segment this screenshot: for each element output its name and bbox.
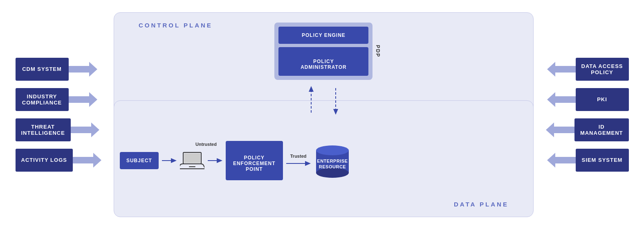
pdp-label: PDP bbox=[375, 45, 381, 57]
policy-admin-box: POLICY ADMINISTRATOR bbox=[278, 47, 368, 76]
left-item-activity: ACTIVITY LOGS bbox=[16, 149, 101, 172]
data-access-policy-box: DATA ACCESS POLICY bbox=[576, 58, 629, 81]
cdm-arrow bbox=[69, 61, 97, 77]
right-item-siem: SIEM SYSTEM bbox=[547, 149, 629, 172]
svg-text:RESOURCE: RESOURCE bbox=[319, 164, 346, 169]
data-plane-content: SUBJECT Untrusted bbox=[120, 111, 527, 211]
enterprise-resource: ENTERPRISE RESOURCE bbox=[314, 142, 351, 179]
subject-to-laptop-arrow bbox=[162, 156, 177, 165]
trusted-arrow bbox=[286, 159, 311, 168]
policy-engine-box: POLICY ENGINE bbox=[278, 27, 368, 44]
svg-marker-23 bbox=[547, 62, 576, 77]
subject-box: SUBJECT bbox=[120, 152, 159, 169]
right-column: DATA ACCESS POLICY PKI ID MANAGEMENT bbox=[546, 58, 629, 172]
svg-marker-5 bbox=[309, 86, 314, 92]
svg-marker-0 bbox=[69, 62, 97, 77]
svg-marker-1 bbox=[69, 92, 97, 107]
pki-box: PKI bbox=[576, 88, 629, 111]
laptop-icon: Untrusted bbox=[180, 151, 204, 170]
left-item-cdm: CDM SYSTEM bbox=[16, 58, 97, 81]
svg-marker-26 bbox=[547, 153, 576, 168]
id-mgmt-arrow bbox=[546, 122, 574, 138]
svg-marker-15 bbox=[217, 158, 222, 163]
industry-compliance-box: INDUSTRY COMPLIANCE bbox=[16, 88, 69, 111]
svg-point-19 bbox=[316, 145, 349, 155]
right-item-id-mgmt: ID MANAGEMENT bbox=[546, 118, 629, 141]
left-item-compliance: INDUSTRY COMPLIANCE bbox=[16, 88, 97, 111]
svg-marker-3 bbox=[73, 153, 101, 168]
laptop-svg bbox=[180, 151, 204, 170]
right-item-pki: PKI bbox=[547, 88, 629, 111]
untrusted-label: Untrusted bbox=[195, 142, 217, 147]
svg-rect-11 bbox=[184, 153, 200, 163]
laptop-to-pep-arrow bbox=[208, 156, 222, 165]
siem-arrow bbox=[547, 152, 576, 168]
svg-rect-13 bbox=[189, 166, 195, 167]
svg-point-20 bbox=[316, 168, 349, 178]
svg-marker-17 bbox=[305, 161, 311, 166]
activity-arrow bbox=[73, 152, 101, 168]
left-item-threat: THREAT INTELLIGENCE bbox=[16, 118, 99, 141]
right-item-data-access: DATA ACCESS POLICY bbox=[547, 58, 629, 81]
siem-system-box: SIEM SYSTEM bbox=[576, 149, 629, 172]
pep-box: POLICY ENFORCEMENT POINT bbox=[226, 141, 283, 180]
threat-intelligence-box: THREAT INTELLIGENCE bbox=[16, 118, 71, 141]
svg-text:ENTERPRISE: ENTERPRISE bbox=[317, 159, 348, 163]
svg-marker-9 bbox=[171, 158, 177, 163]
pdp-area: POLICY ENGINE POLICY ADMINISTRATOR PDP bbox=[274, 23, 372, 80]
control-plane-label: CONTROL PLANE bbox=[139, 22, 213, 29]
diagram: CDM SYSTEM INDUSTRY COMPLIANCE THREAT IN bbox=[16, 6, 629, 223]
threat-arrow bbox=[71, 122, 99, 138]
cdm-system-box: CDM SYSTEM bbox=[16, 58, 69, 81]
trusted-label: Trusted bbox=[290, 154, 307, 159]
compliance-arrow bbox=[69, 91, 97, 108]
svg-marker-25 bbox=[546, 122, 574, 137]
enterprise-resource-svg: ENTERPRISE RESOURCE bbox=[314, 142, 351, 179]
left-column: CDM SYSTEM INDUSTRY COMPLIANCE THREAT IN bbox=[16, 58, 101, 172]
data-access-arrow bbox=[547, 61, 576, 77]
activity-logs-box: ACTIVITY LOGS bbox=[16, 149, 73, 172]
center-area: CONTROL PLANE DATA PLANE POLICY ENGINE P… bbox=[101, 6, 546, 223]
svg-marker-24 bbox=[547, 92, 576, 107]
trusted-section: Trusted bbox=[286, 154, 311, 168]
svg-marker-2 bbox=[71, 122, 99, 137]
id-management-box: ID MANAGEMENT bbox=[574, 118, 629, 141]
pki-arrow bbox=[547, 91, 576, 108]
